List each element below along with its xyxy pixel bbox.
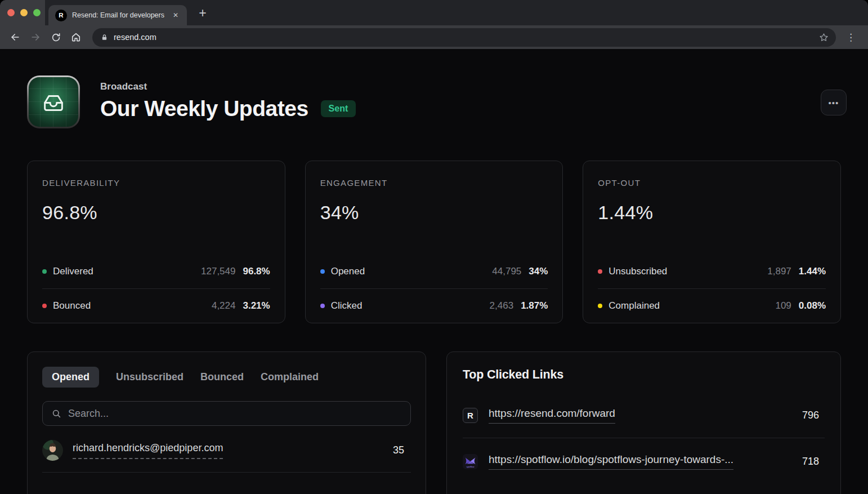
stat-row-unsubscribed: Unsubscribed 1,897 1.44% (598, 254, 826, 288)
minimize-window-button[interactable] (20, 9, 28, 16)
card-label: ENGAGEMENT (320, 178, 548, 188)
traffic-lights (0, 0, 45, 25)
link-row: R https://resend.com/forward 796 (463, 403, 825, 428)
link-url[interactable]: https://resend.com/forward (489, 407, 615, 424)
card-value: 1.44% (598, 202, 826, 224)
tab-close-icon[interactable]: ✕ (171, 10, 180, 20)
row-pct: 3.21% (243, 300, 270, 311)
breadcrumb: Broadcast (100, 81, 356, 92)
row-label: Unsubscribed (609, 266, 767, 277)
stats-row: DELIVERABILITY 96.8% Delivered 127,549 9… (27, 161, 841, 323)
tab-bounced[interactable]: Bounced (200, 371, 244, 383)
zoom-window-button[interactable] (33, 9, 41, 16)
engagement-card: ENGAGEMENT 34% Opened 44,795 34% Clicked… (305, 161, 563, 323)
recipients-tabs: Opened Unsubscribed Bounced Complained (42, 367, 411, 388)
row-pct: 34% (529, 266, 548, 277)
svg-text:spotflow: spotflow (467, 465, 475, 468)
row-label: Opened (331, 266, 493, 277)
close-window-button[interactable] (7, 9, 15, 16)
card-label: OPT-OUT (598, 178, 826, 188)
stat-row-clicked: Clicked 2,463 1.87% (320, 288, 548, 323)
row-label: Delivered (53, 266, 201, 277)
bottom-row: Opened Unsubscribed Bounced Complained (27, 351, 841, 494)
stat-row-delivered: Delivered 127,549 96.8% (42, 254, 270, 288)
divider (463, 438, 825, 438)
stat-row-complained: Complained 109 0.08% (598, 288, 826, 323)
divider (42, 472, 411, 473)
tab-opened[interactable]: Opened (42, 367, 99, 388)
browser-tab[interactable]: R Resend: Email for developers ✕ (48, 5, 187, 25)
avatar (42, 440, 63, 461)
row-label: Complained (609, 300, 775, 311)
forward-icon (27, 29, 44, 46)
tab-complained[interactable]: Complained (261, 371, 319, 383)
row-label: Bounced (53, 300, 212, 311)
status-badge: Sent (321, 100, 356, 117)
recipient-open-count: 35 (393, 444, 411, 456)
link-row: spotflow https://spotflow.io/blog/spotfl… (463, 449, 825, 474)
page-header: Broadcast Our Weekly Updates Sent ••• (27, 75, 841, 128)
tab-unsubscribed[interactable]: Unsubscribed (116, 371, 184, 383)
recipients-card: Opened Unsubscribed Bounced Complained (27, 351, 426, 494)
top-clicked-links-card: Top Clicked Links R https://resend.com/f… (446, 351, 841, 494)
row-label: Clicked (331, 300, 490, 311)
row-count: 44,795 (492, 266, 521, 277)
url-text[interactable]: resend.com (114, 33, 816, 42)
search-icon (51, 408, 62, 419)
new-tab-button[interactable]: + (195, 5, 211, 21)
unsubscribed-dot-icon (598, 269, 602, 274)
row-count: 4,224 (212, 300, 236, 311)
delivered-dot-icon (42, 269, 47, 274)
opt-out-card: OPT-OUT 1.44% Unsubscribed 1,897 1.44% C… (583, 161, 841, 323)
browser-window: R Resend: Email for developers ✕ + resen… (0, 0, 868, 494)
search-box[interactable] (42, 401, 411, 426)
lock-icon[interactable] (100, 33, 109, 42)
broadcast-inbox-icon (27, 75, 80, 128)
home-icon[interactable] (68, 29, 84, 46)
link-click-count: 718 (802, 456, 825, 468)
bookmark-star-icon[interactable] (816, 30, 831, 45)
row-count: 127,549 (201, 266, 235, 277)
link-url[interactable]: https://spotflow.io/blog/spotflows-journ… (489, 453, 733, 470)
resend-favicon-icon: R (55, 10, 67, 21)
resend-r-icon: R (463, 408, 478, 423)
spotflow-icon: spotflow (463, 454, 478, 469)
recipient-email-link[interactable]: richard.hendricks@piedpiper.com (73, 442, 223, 459)
clicked-dot-icon (320, 304, 325, 308)
card-value: 34% (320, 202, 548, 224)
row-pct: 1.44% (799, 266, 826, 277)
browser-toolbar: resend.com ⋮ (0, 25, 868, 49)
tab-strip: R Resend: Email for developers ✕ + (0, 0, 868, 25)
bounced-dot-icon (42, 304, 47, 308)
complained-dot-icon (598, 304, 602, 308)
recipient-row[interactable]: richard.hendricks@piedpiper.com 35 (42, 434, 411, 466)
broadcast-page: Broadcast Our Weekly Updates Sent ••• DE… (0, 49, 868, 494)
more-options-button[interactable]: ••• (821, 90, 847, 115)
stat-row-opened: Opened 44,795 34% (320, 254, 548, 288)
links-card-title: Top Clicked Links (463, 368, 825, 382)
deliverability-card: DELIVERABILITY 96.8% Delivered 127,549 9… (27, 161, 285, 323)
page-title: Our Weekly Updates (100, 97, 308, 121)
browser-menu-icon[interactable]: ⋮ (840, 32, 861, 43)
row-count: 2,463 (490, 300, 514, 311)
row-pct: 96.8% (243, 266, 270, 277)
card-label: DELIVERABILITY (42, 178, 270, 188)
row-count: 1,897 (767, 266, 791, 277)
opened-dot-icon (320, 269, 325, 274)
back-icon[interactable] (7, 29, 24, 46)
stat-row-bounced: Bounced 4,224 3.21% (42, 288, 270, 323)
row-pct: 0.08% (799, 300, 826, 311)
search-input[interactable] (68, 408, 402, 420)
card-value: 96.8% (42, 202, 270, 224)
reload-icon[interactable] (47, 29, 64, 46)
row-pct: 1.87% (521, 300, 548, 311)
tab-title: Resend: Email for developers (72, 11, 171, 19)
row-count: 109 (775, 300, 791, 311)
address-bar[interactable]: resend.com (92, 28, 836, 47)
link-click-count: 796 (802, 410, 825, 421)
